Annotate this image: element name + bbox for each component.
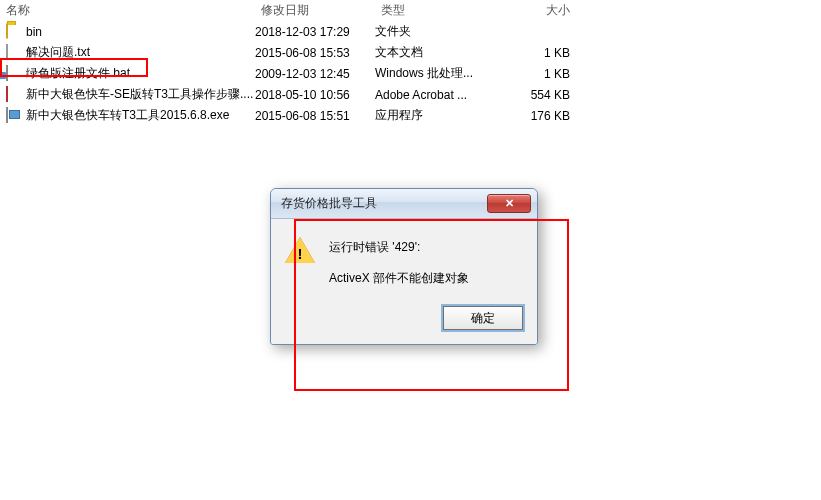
column-headers: 名称 修改日期 类型 大小 [0, 0, 821, 21]
header-size[interactable]: 大小 [485, 0, 590, 21]
file-date: 2015-06-08 15:51 [255, 109, 375, 123]
file-row[interactable]: 绿色版注册文件.bat 2009-12-03 12:45 Windows 批处理… [0, 63, 821, 84]
file-name: 解决问题.txt [26, 44, 90, 61]
file-row[interactable]: bin 2018-12-03 17:29 文件夹 [0, 21, 821, 42]
file-name: 新中大银色快车转T3工具2015.6.8.exe [26, 107, 229, 124]
file-name: 绿色版注册文件.bat [26, 65, 130, 82]
dialog-titlebar[interactable]: 存货价格批导工具 ✕ [271, 189, 537, 219]
file-row[interactable]: 解决问题.txt 2015-06-08 15:53 文本文档 1 KB [0, 42, 821, 63]
file-size: 176 KB [485, 109, 590, 123]
file-type: 文件夹 [375, 23, 485, 40]
pdf-file-icon [6, 87, 22, 103]
file-row[interactable]: 新中大银色快车-SE版转T3工具操作步骤.... 2018-05-10 10:5… [0, 84, 821, 105]
file-type: Adobe Acrobat ... [375, 88, 485, 102]
text-file-icon [6, 45, 22, 61]
header-type[interactable]: 类型 [375, 0, 485, 21]
error-dialog: 存货价格批导工具 ✕ ! 运行时错误 '429': ActiveX 部件不能创建… [270, 188, 538, 345]
file-date: 2009-12-03 12:45 [255, 67, 375, 81]
batch-file-icon [6, 66, 22, 82]
error-line2: ActiveX 部件不能创建对象 [329, 270, 469, 287]
file-name: bin [26, 25, 42, 39]
dialog-footer: 确定 [271, 306, 537, 344]
file-type: Windows 批处理... [375, 65, 485, 82]
file-size: 1 KB [485, 67, 590, 81]
exe-file-icon [6, 108, 22, 124]
file-row[interactable]: 新中大银色快车转T3工具2015.6.8.exe 2015-06-08 15:5… [0, 105, 821, 126]
file-date: 2018-12-03 17:29 [255, 25, 375, 39]
dialog-title: 存货价格批导工具 [281, 195, 487, 212]
file-date: 2015-06-08 15:53 [255, 46, 375, 60]
folder-icon [6, 24, 22, 40]
file-list: 名称 修改日期 类型 大小 bin 2018-12-03 17:29 文件夹 解… [0, 0, 821, 126]
ok-button[interactable]: 确定 [443, 306, 523, 330]
file-type: 应用程序 [375, 107, 485, 124]
file-date: 2018-05-10 10:56 [255, 88, 375, 102]
dialog-message: 运行时错误 '429': ActiveX 部件不能创建对象 [329, 237, 469, 301]
dialog-body: ! 运行时错误 '429': ActiveX 部件不能创建对象 [271, 219, 537, 306]
header-date[interactable]: 修改日期 [255, 0, 375, 21]
file-size: 1 KB [485, 46, 590, 60]
header-name[interactable]: 名称 [0, 0, 255, 21]
file-type: 文本文档 [375, 44, 485, 61]
error-line1: 运行时错误 '429': [329, 239, 469, 256]
close-button[interactable]: ✕ [487, 194, 531, 213]
file-size: 554 KB [485, 88, 590, 102]
file-name: 新中大银色快车-SE版转T3工具操作步骤.... [26, 86, 253, 103]
warning-icon: ! [285, 237, 315, 265]
close-icon: ✕ [505, 198, 514, 209]
